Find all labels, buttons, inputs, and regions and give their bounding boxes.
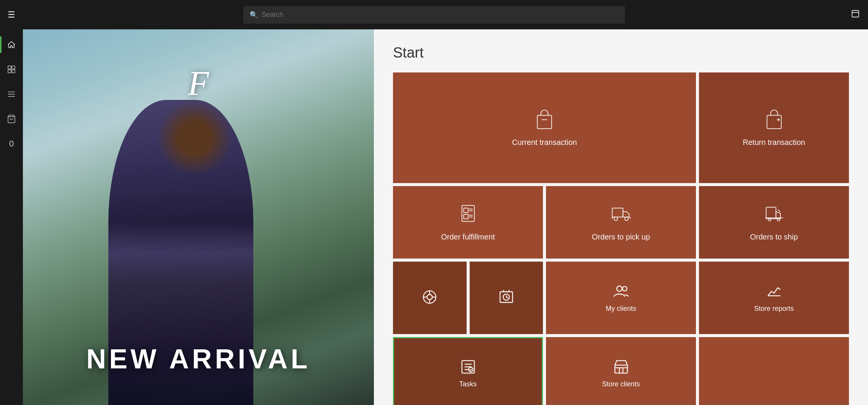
tile-current-transaction-label: Current transaction <box>508 138 581 147</box>
reports-column: Store reports <box>699 262 849 405</box>
svg-rect-5 <box>12 70 15 73</box>
sidebar-item-home[interactable] <box>0 33 23 56</box>
tile-return-transaction-label: Return transaction <box>739 138 809 147</box>
clock-icon <box>498 289 514 307</box>
clients-column: My clients Store clients <box>546 262 696 405</box>
svg-rect-12 <box>767 115 781 129</box>
order-doc-icon <box>457 204 479 228</box>
svg-rect-20 <box>612 208 623 217</box>
tile-empty <box>699 337 849 405</box>
sidebar: 0 <box>0 29 23 405</box>
tile-store-clients-label: Store clients <box>602 380 640 388</box>
hamburger-button[interactable]: ☰ <box>8 10 15 20</box>
svg-rect-4 <box>8 70 11 73</box>
tile-show-journal[interactable] <box>393 262 467 334</box>
search-input[interactable] <box>262 11 619 19</box>
sidebar-item-count: 0 <box>0 132 23 155</box>
svg-point-21 <box>614 217 617 220</box>
tile-order-fulfillment-label: Order fulfillment <box>437 233 499 241</box>
svg-rect-0 <box>852 10 858 17</box>
tile-my-clients-label: My clients <box>606 305 636 313</box>
svg-point-30 <box>427 294 432 300</box>
hero-text: NEW ARRIVAL <box>86 343 311 374</box>
svg-rect-10 <box>537 115 551 129</box>
sidebar-item-menu[interactable] <box>0 83 23 106</box>
hero-image: F NEW ARRIVAL <box>23 29 374 405</box>
tasks-column: Tasks <box>393 262 543 405</box>
journal-icon <box>422 289 438 307</box>
svg-rect-14 <box>464 208 468 212</box>
svg-rect-25 <box>766 207 776 219</box>
tile-orders-pickup-label: Orders to pick up <box>588 233 654 241</box>
tile-return-transaction[interactable]: Return transaction <box>699 72 849 183</box>
tile-tasks-label: Tasks <box>459 380 477 388</box>
svg-point-46 <box>617 286 622 291</box>
svg-rect-2 <box>8 66 11 69</box>
order-ship-icon <box>763 204 785 228</box>
cart-count: 0 <box>9 139 14 149</box>
order-truck-icon <box>610 204 632 228</box>
my-clients-icon <box>613 283 629 301</box>
start-title: Start <box>393 45 849 61</box>
tile-order-fulfillment[interactable]: Order fulfillment <box>393 186 543 259</box>
svg-point-47 <box>622 286 627 291</box>
sidebar-item-products[interactable] <box>0 58 23 81</box>
svg-point-22 <box>625 217 628 220</box>
search-icon: 🔍 <box>250 11 258 19</box>
topbar: ☰ 🔍 <box>0 0 868 29</box>
tile-end-of-day[interactable] <box>470 262 543 334</box>
tile-store-reports-label: Store reports <box>754 305 794 313</box>
return-bag-icon <box>763 109 785 133</box>
tasks-icon <box>460 359 476 376</box>
svg-rect-15 <box>464 214 468 219</box>
tile-current-transaction[interactable]: Current transaction <box>393 72 696 183</box>
hero-logo: F <box>188 64 209 103</box>
reports-icon <box>766 283 782 301</box>
shopping-bag-icon <box>534 109 555 133</box>
tile-store-reports[interactable]: Store reports <box>699 262 849 334</box>
tile-orders-pickup[interactable]: Orders to pick up <box>546 186 696 259</box>
store-clients-icon <box>613 359 629 376</box>
main-layout: 0 F NEW ARRIVAL Start <box>0 29 868 405</box>
right-panel: Start Current transaction <box>374 29 868 405</box>
search-box[interactable]: 🔍 <box>243 6 625 24</box>
tile-orders-ship[interactable]: Orders to ship <box>699 186 849 259</box>
tile-orders-ship-label: Orders to ship <box>746 233 802 241</box>
svg-rect-3 <box>12 66 15 69</box>
tile-store-clients[interactable]: Store clients <box>546 337 696 405</box>
tiles-container: Current transaction Return transaction <box>393 72 849 405</box>
svg-line-38 <box>506 297 508 298</box>
tile-my-clients[interactable]: My clients <box>546 262 696 334</box>
notification-icon[interactable] <box>850 9 860 21</box>
tasks-top-row <box>393 262 543 334</box>
tile-tasks[interactable]: Tasks <box>393 337 543 405</box>
svg-rect-48 <box>615 365 627 373</box>
sidebar-item-cart[interactable] <box>0 108 23 130</box>
